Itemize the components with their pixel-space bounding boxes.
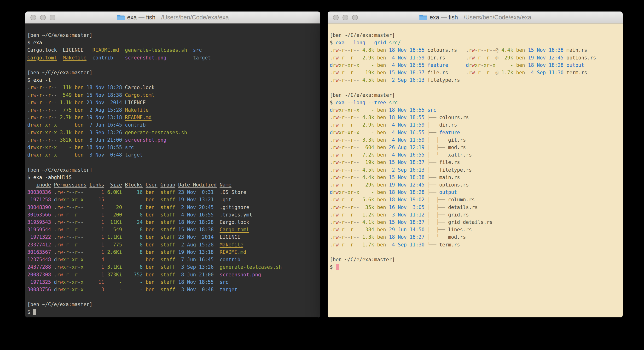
terminal-line: 31959544 .rw-r--r-- 1 549 8 ben staff 15… [27,226,318,234]
terminal-line: Cargo.lock LICENCE README.md generate-te… [27,46,318,54]
window-title-path: /Users/ben/Code/exa/exa [464,14,531,21]
terminal-line: drwxr-xr-x - ben 18 Nov 18:28 ├── output [330,189,621,196]
terminal-line: 30048390 .rw-r--r-- 1 20 8 ben staff 2 N… [27,204,318,211]
terminal-line: [ben ~/C/e/exa:master] [330,32,621,39]
window-title: exa — fish [127,14,155,21]
terminal-line: [ben ~/C/e/exa:master] [330,256,621,264]
terminal-line: .rw-r--r-- 7.2k ben 4 Nov 16:55 │ └── xa… [330,151,621,159]
terminal-line: .rw-r--r-- 384 ben 29 Jun 14:50 │ ├── li… [330,226,621,234]
terminal-line: [ben ~/C/e/exa:master] [27,301,318,308]
terminal-line: .rw-r--r-- 1.3k ben 18 Nov 18:27 │ └── m… [330,234,621,241]
folder-icon[interactable] [116,14,125,20]
terminal-line [330,84,621,91]
terminal-line: .rw-r--r-- 4.8k ben 18 Nov 18:55 ├── col… [330,114,621,121]
terminal-line [27,159,318,166]
terminal-line: .rw-r--r-- 3.3k ben 4 Nov 11:59 │ ├── gi… [330,136,621,144]
terminal-line: .rw-r--r-- 775 ben 2 Aug 15:28 Makefile [27,106,318,114]
terminal-line: 30163567 .rw-r--r-- 1 2.6Ki 8 ben staff … [27,248,318,256]
terminal-line: 12375448 drwxr-xr-x 4 - - ben staff 7 Ju… [27,256,318,264]
terminal-line: $ exa -abghHliS [27,174,318,181]
terminal-line: 1971325 drwxr-xr-x 11 - - ben staff 18 N… [27,278,318,286]
terminal-line: .rw-r--r-- 4.8k ben 18 Nov 18:55 colours… [330,46,621,54]
terminal-line: $ [330,264,621,271]
window-title: exa — fish [430,14,458,21]
terminal-line: 30030336 .rw-r--r-- 1 6.0Ki 16 ben staff… [27,189,318,196]
terminal-line: .rw-r--r-- 1.7k ben 4 Sep 11:30 └── term… [330,241,621,248]
terminal-line: .rw-r--r-- 4.4k ben 15 Nov 18:38 ├── mai… [330,174,621,181]
terminal-line: .rw-r--r-- 5.6k ben 18 Nov 19:02 │ ├── c… [330,196,621,204]
terminal-line: 30083756 drwxr-xr-x 3 - - ben staff 3 No… [27,286,318,294]
terminal-line: [ben ~/C/e/exa:master] [27,166,318,174]
terminal-line: $ exa --long --grid src/ [330,39,621,46]
window-title-group: exa — fish /Users/ben/Code/exa/exa [419,14,531,21]
titlebar[interactable]: exa — fish /Users/ben/Code/exa/exa [25,12,320,24]
terminal-line: .rw-r--r-- 4.5k ben 2 Sep 16:13 filetype… [330,76,621,84]
window-title-group: exa — fish /Users/ben/Code/exa/exa [116,14,229,21]
terminal-line: $ [27,308,318,316]
terminal-line: .rw-r--r-- 19k ben 15 Nov 18:37 ├── file… [330,159,621,166]
terminal-line: $ exa [27,39,318,46]
minimize-button[interactable] [40,14,46,20]
terminal-line: drwxr-xr-x - ben 7 Jun 16:45 contrib [27,121,318,129]
terminal-line: drwxr-xr-x - ben 4 Nov 16:55 ├── feature [330,129,621,136]
terminal-line: 24377288 .rwxr-xr-x 1 3.1Ki 8 ben staff … [27,264,318,271]
terminal-line: .rw-r--r-- 35k ben 16 Nov 3:05 │ ├── det… [330,204,621,211]
terminal-line: .rw-r--r-- 4.5k ben 2 Sep 16:13 ├── file… [330,166,621,174]
window-title-path: /Users/ben/Code/exa/exa [161,14,229,21]
terminal-line: 1971322 .rw-r--r-- 1 1.1Ki 8 ben staff 2… [27,234,318,241]
terminal-line: 23377412 .rw-r--r-- 1 775 8 ben staff 2 … [27,241,318,248]
terminal-line: [ben ~/C/e/exa:master] [27,32,318,39]
terminal-line: .rw-r--r-- 29k ben 19 Nov 12:45 ├── opti… [330,181,621,189]
terminal-line: drwxr-xr-x - ben 18 Nov 18:55 src [27,144,318,151]
traffic-lights [333,14,358,20]
terminal-screen-light[interactable]: [ben ~/C/e/exa:master]$ exa --long --gri… [328,24,623,318]
terminal-line [27,294,318,301]
terminal-line: .rw-r--r-- 1.2k ben 3 Nov 11:12 │ ├── gr… [330,211,621,219]
traffic-lights [30,14,55,20]
terminal-line: 1971258 drwxr-xr-x 15 - - ben staff 19 N… [27,196,318,204]
terminal-line: drwxr-xr-x - ben 4 Nov 16:55 feature drw… [330,62,621,69]
terminal-line [27,62,318,69]
terminal-line: .rw-r--r-- 1.1k ben 23 Nov 2014 LICENCE [27,99,318,106]
titlebar[interactable]: exa — fish /Users/ben/Code/exa/exa [328,12,623,24]
close-button[interactable] [30,14,36,20]
terminal-line: [ben ~/C/e/exa:master] [330,92,621,99]
terminal-line [330,248,621,256]
close-button[interactable] [333,14,339,20]
terminal-line: .rw-r--r-- 11k ben 18 Nov 18:28 Cargo.lo… [27,84,318,91]
terminal-line: $ exa --long --tree src [330,99,621,106]
terminal-line: .rw-r--r-- 2.9k ben 4 Nov 11:59 ├── dir.… [330,121,621,129]
terminal-line: .rw-r--r-- 19k ben 15 Nov 18:37 file.rs … [330,69,621,76]
terminal-line: 20087308 .rw-r--r-- 1 373Ki 752 ben staf… [27,271,318,278]
terminal-line: [ben ~/C/e/exa:master] [27,69,318,76]
terminal-line: .rw-r--r-- 549 ben 15 Nov 18:38 Cargo.to… [27,92,318,99]
terminal-line: .rw-r--r-- 2.7k ben 19 Nov 13:18 README.… [27,114,318,121]
terminal-line: inode Permissions Links Size Blocks User… [27,181,318,189]
terminal-line: .rw-r--r-- 2.9k ben 4 Nov 11:59 dir.rs .… [330,54,621,62]
folder-icon[interactable] [419,14,427,20]
terminal-line: Cargo.toml Makefile contrib screenshot.p… [27,54,318,62]
zoom-button[interactable] [352,14,358,20]
terminal-line: .rwxr-xr-x 3.1k ben 3 Sep 13:26 generate… [27,129,318,136]
terminal-window-light: exa — fish /Users/ben/Code/exa/exa [ben … [328,12,623,318]
terminal-window-dark: exa — fish /Users/ben/Code/exa/exa [ben … [25,12,320,318]
terminal-line: 30163566 .rw-r--r-- 1 200 8 ben staff 4 … [27,211,318,219]
terminal-line: $ exa -l [27,76,318,84]
terminal-line: .rw-r--r-- 382k ben 8 Jun 21:00 screensh… [27,136,318,144]
terminal-line: drwxr-xr-x - ben 3 Nov 0:48 target [27,151,318,159]
terminal-line: drwxr-xr-x - ben 18 Nov 18:55 src [330,106,621,114]
terminal-line: .rw-r--r-- 604 ben 26 Aug 12:19 │ ├── mo… [330,144,621,151]
terminal-line: 31959543 .rw-r--r-- 1 11Ki 24 ben staff … [27,219,318,226]
zoom-button[interactable] [50,14,55,20]
terminal-line: .rw-r--r-- 4.1k ben 15 Nov 18:37 │ ├── g… [330,219,621,226]
terminal-screen-dark[interactable]: [ben ~/C/e/exa:master]$ exaCargo.lock LI… [25,24,320,318]
minimize-button[interactable] [342,14,348,20]
